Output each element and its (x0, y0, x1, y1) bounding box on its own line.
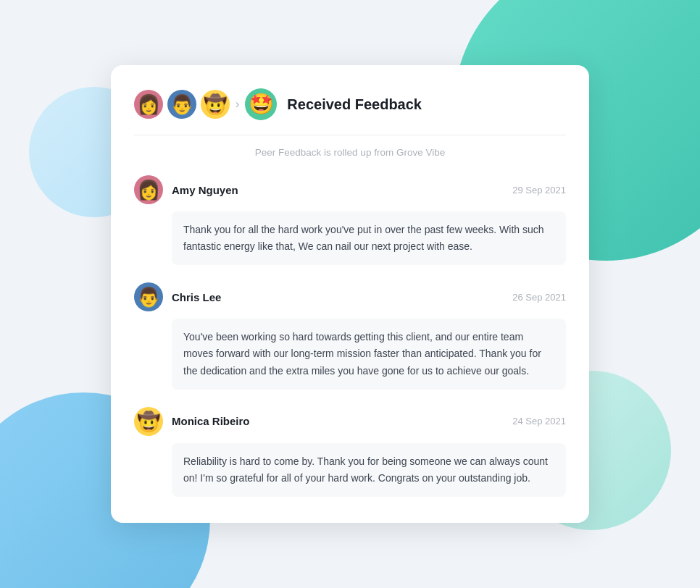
card-subtitle: Peer Feedback is rolled up from Grove Vi… (134, 147, 566, 158)
arrow-icon: › (236, 98, 239, 111)
feedback-list: Amy Nguyen 29 Sep 2021 Thank you for all… (134, 175, 566, 497)
feedback-meta-1: Amy Nguyen 29 Sep 2021 (134, 175, 566, 204)
feedback-avatar-chris (134, 282, 163, 311)
feedback-body-3: Reliability is hard to come by. Thank yo… (172, 443, 566, 497)
feedback-meta-3: Monica Ribeiro 24 Sep 2021 (134, 407, 566, 436)
card-header: › Received Feedback (134, 88, 566, 135)
avatar-group (134, 90, 230, 119)
feedback-item-3: Monica Ribeiro 24 Sep 2021 Reliability i… (134, 407, 566, 497)
avatar-amy (134, 90, 163, 119)
avatar-target (245, 88, 277, 120)
feedback-avatar-monica (134, 407, 163, 436)
feedback-body-2: You've been working so hard towards gett… (172, 319, 566, 389)
feedback-author-3: Monica Ribeiro (172, 415, 504, 427)
feedback-meta-2: Chris Lee 26 Sep 2021 (134, 282, 566, 311)
feedback-date-3: 24 Sep 2021 (512, 416, 566, 427)
card-title: Received Feedback (287, 96, 422, 113)
feedback-author-2: Chris Lee (172, 291, 504, 303)
feedback-item-2: Chris Lee 26 Sep 2021 You've been workin… (134, 282, 566, 389)
feedback-item-1: Amy Nguyen 29 Sep 2021 Thank you for all… (134, 175, 566, 265)
feedback-author-1: Amy Nguyen (172, 184, 504, 196)
feedback-avatar-amy (134, 175, 163, 204)
avatar-monica-header (201, 90, 230, 119)
avatar-chris-header (167, 90, 196, 119)
feedback-card: › Received Feedback Peer Feedback is rol… (111, 65, 589, 523)
feedback-date-1: 29 Sep 2021 (512, 185, 566, 196)
feedback-date-2: 26 Sep 2021 (512, 292, 566, 303)
feedback-body-1: Thank you for all the hard work you've p… (172, 211, 566, 265)
